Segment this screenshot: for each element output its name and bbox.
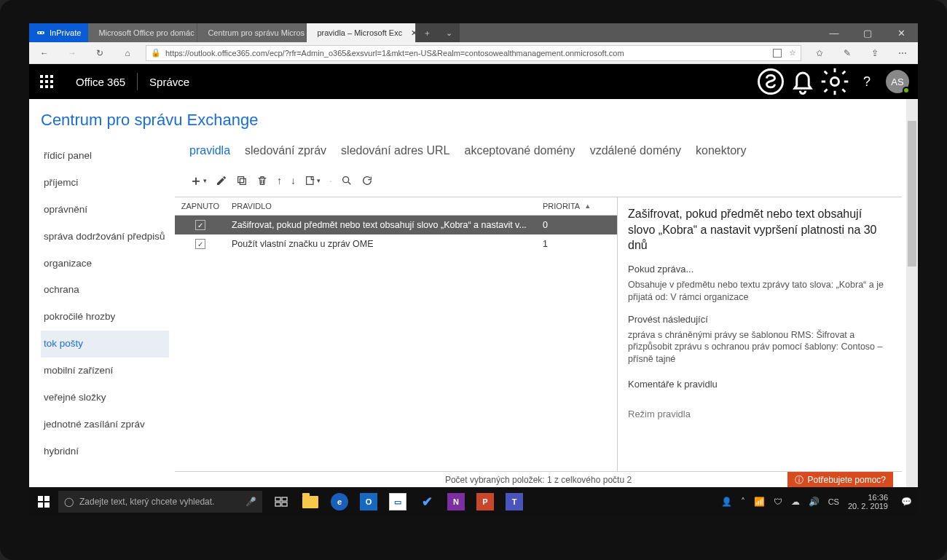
settings-button[interactable] — [819, 64, 851, 99]
refresh-button[interactable]: ↻ — [90, 48, 109, 58]
taskbar-app-onenote[interactable]: N — [441, 487, 471, 516]
refresh-button[interactable] — [361, 175, 373, 186]
close-icon[interactable]: ✕ — [411, 28, 416, 38]
tab-remote-domains[interactable]: vzdálené domény — [590, 144, 681, 157]
tab-connectors[interactable]: konektory — [696, 144, 746, 157]
new-tab-button[interactable]: ＋ — [416, 23, 438, 42]
sidebar-item-organization[interactable]: organizace — [41, 251, 169, 277]
taskbar-app-edge[interactable]: e — [325, 487, 354, 516]
tab-rules[interactable]: pravidla — [189, 144, 230, 157]
sidebar-item-public-folders[interactable]: veřejné složky — [41, 384, 169, 411]
o365-header: Office 365 Správce ? AS — [29, 64, 918, 99]
defender-icon[interactable]: 🛡 — [774, 497, 782, 507]
help-button[interactable]: ? — [851, 64, 883, 99]
taskbar-app-todo[interactable]: ✔ — [412, 487, 441, 516]
checkbox-icon[interactable]: ✓ — [195, 239, 205, 249]
details-pane: Zašifrovat, pokud předmět nebo text obsa… — [618, 197, 902, 471]
window-minimize-button[interactable]: — — [817, 23, 851, 42]
window-close-button[interactable]: ✕ — [884, 23, 918, 42]
table-row[interactable]: ✓ Použít vlastní značku u zpráv OME 1 — [175, 234, 617, 253]
home-button[interactable]: ⌂ — [118, 48, 137, 58]
browser-tab[interactable]: pravidla – Microsoft Exc ✕ — [307, 23, 416, 42]
notifications-button[interactable] — [787, 64, 819, 99]
move-up-button[interactable]: ↑ — [277, 175, 282, 186]
checkbox-icon[interactable]: ✓ — [195, 220, 205, 230]
taskbar-app-teams[interactable]: T — [500, 487, 529, 516]
move-down-button[interactable]: ↓ — [291, 175, 296, 186]
favorite-icon[interactable]: ☆ — [789, 48, 796, 58]
task-view-button[interactable] — [267, 487, 296, 516]
sidebar-item-protection[interactable]: ochrana — [41, 277, 169, 304]
tab-url-trace[interactable]: sledování adres URL — [341, 144, 449, 157]
back-button[interactable]: ← — [35, 48, 54, 58]
svg-rect-9 — [238, 177, 244, 183]
col-priority[interactable]: PRIORITA ▲ — [537, 197, 617, 215]
onedrive-icon[interactable]: ☁ — [791, 497, 800, 507]
more-button[interactable]: ⋯ — [893, 48, 912, 58]
sidebar-item-permissions[interactable]: oprávnění — [41, 197, 169, 224]
svg-rect-17 — [282, 497, 287, 501]
action-center-icon[interactable]: 💬 — [901, 497, 912, 507]
browser-tab[interactable]: Microsoft Office pro domác — [88, 23, 197, 42]
browser-tab-title: Centrum pro správu Micros — [208, 28, 304, 37]
tab-overflow-button[interactable]: ⌄ — [438, 23, 460, 42]
info-icon: ⓘ — [795, 474, 803, 486]
mic-icon[interactable]: 🎤 — [245, 497, 256, 507]
taskbar-app-powerpoint[interactable]: P — [471, 487, 500, 516]
sidebar-item-mobile[interactable]: mobilní zařízení — [41, 358, 169, 384]
favorites-button[interactable]: ✩ — [810, 48, 829, 58]
taskbar-app-explorer[interactable] — [296, 487, 325, 516]
taskbar-app-whiteboard[interactable]: ▭ — [383, 487, 412, 516]
rule-name: Zašifrovat, pokud předmět nebo text obsa… — [226, 216, 537, 234]
rule-name: Použít vlastní značku u zpráv OME — [226, 234, 537, 253]
start-button[interactable] — [29, 496, 58, 508]
rule-priority: 1 — [537, 234, 617, 253]
windows-icon — [38, 496, 50, 508]
delete-button[interactable] — [256, 175, 268, 186]
sidebar-item-dashboard[interactable]: řídicí panel — [41, 143, 169, 170]
people-icon[interactable]: 👤 — [721, 497, 732, 507]
col-enabled[interactable]: ZAPNUTO — [175, 197, 226, 215]
sidebar-item-unified-messaging[interactable]: jednotné zasílání zpráv — [41, 411, 169, 438]
sidebar-item-advanced-threats[interactable]: pokročilé hrozby — [41, 304, 169, 331]
forward-button[interactable]: → — [63, 48, 82, 58]
scrollbar-thumb[interactable] — [908, 121, 916, 267]
language-icon[interactable]: CS — [828, 497, 839, 506]
clock-date: 20. 2. 2019 — [848, 502, 888, 510]
tray-chevron-icon[interactable]: ˄ — [741, 497, 745, 507]
browser-address-bar: ← → ↻ ⌂ 🔒 https://outlook.office365.com/… — [29, 42, 918, 64]
url-input[interactable]: 🔒 https://outlook.office365.com/ecp/?rfr… — [146, 45, 801, 61]
sidebar-item-hybrid[interactable]: hybridní — [41, 438, 169, 465]
avatar[interactable]: AS — [886, 70, 909, 93]
window-maximize-button[interactable]: ▢ — [851, 23, 884, 42]
reading-view-icon[interactable] — [773, 49, 782, 58]
browser-tab[interactable]: Centrum pro správu Micros — [197, 23, 307, 42]
notes-button[interactable]: ✎ — [838, 48, 857, 58]
col-rule[interactable]: PRAVIDLO — [226, 197, 537, 215]
taskbar-clock[interactable]: 16:36 20. 2. 2019 — [848, 493, 892, 510]
edit-button[interactable] — [216, 175, 227, 186]
page-content: Centrum pro správu Exchange řídicí panel… — [29, 99, 918, 487]
taskbar-search[interactable]: ◯ Zadejte text, který chcete vyhledat. 🎤 — [58, 491, 262, 513]
waffle-icon — [40, 75, 53, 88]
share-button[interactable]: ⇪ — [865, 48, 884, 58]
svg-point-2 — [42, 32, 43, 33]
export-button[interactable]: ▾ — [304, 175, 321, 186]
search-button[interactable] — [341, 175, 353, 186]
taskbar-app-outlook[interactable]: O — [354, 487, 383, 516]
presence-indicator — [903, 87, 910, 94]
table-row[interactable]: ✓ Zašifrovat, pokud předmět nebo text ob… — [175, 216, 617, 234]
tab-accepted-domains[interactable]: akceptované domény — [465, 144, 575, 157]
add-button[interactable]: ＋▾ — [189, 172, 207, 189]
sidebar-item-compliance[interactable]: správa dodržování předpisů — [41, 224, 169, 251]
sidebar-item-mail-flow[interactable]: tok pošty — [41, 331, 169, 358]
scrollbar[interactable] — [906, 99, 918, 487]
app-launcher-button[interactable] — [29, 64, 64, 99]
sidebar-item-recipients[interactable]: příjemci — [41, 170, 169, 197]
skype-button[interactable] — [755, 64, 787, 99]
volume-icon[interactable]: 🔊 — [809, 497, 820, 507]
tab-message-trace[interactable]: sledování zpráv — [245, 144, 326, 157]
need-help-button[interactable]: ⓘ Potřebujete pomoc? — [787, 472, 893, 487]
copy-button[interactable] — [236, 175, 248, 186]
network-icon[interactable]: 📶 — [754, 497, 765, 507]
